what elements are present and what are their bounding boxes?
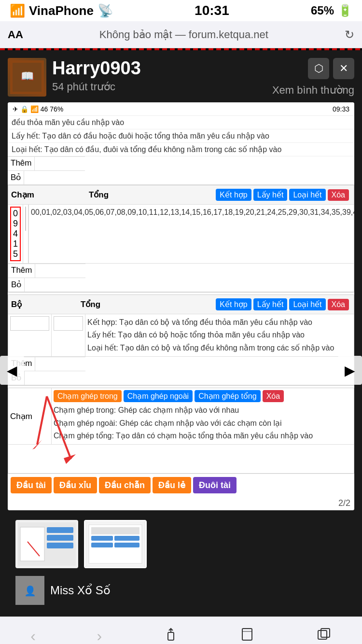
dau-le-btn[interactable]: Đầu lẻ (153, 477, 191, 493)
bo-text3: Loại hết: Tạo dân có bộ và tổng đều khôn… (87, 342, 352, 354)
bo-header-label: Bộ (11, 299, 22, 309)
lay-het-btn-bo[interactable]: Lấy hết (253, 298, 288, 310)
svg-rect-27 (321, 629, 330, 637)
cham-them-label: Thêm (8, 264, 35, 278)
tabs-button[interactable] (316, 627, 332, 644)
expand-button[interactable]: ⬡ (308, 58, 329, 79)
cham-ghep-ngoai-btn[interactable]: Chạm ghép ngoài (124, 390, 193, 402)
view-normal-link[interactable]: Xem bình thường (272, 84, 354, 97)
cham-ghep-input-area (8, 444, 354, 473)
cham-ghep-row: Chạm Chạm ghép trong Chạm ghép ngoài Chạ… (8, 388, 354, 444)
back-button[interactable]: ‹ (30, 627, 36, 644)
thumb-inner-1 (15, 520, 78, 568)
cham-section: Chạm Tổng Kết hợp Lấy hết Loại hết Xóa 0… (8, 185, 354, 293)
left-arrow-btn[interactable]: ◀ (0, 356, 24, 385)
status-left: 📶 VinaPhone 📡 (10, 3, 113, 18)
dau-chan-btn[interactable]: Đầu chẵn (99, 477, 151, 493)
post-meta: Harry0903 54 phút trước (52, 58, 266, 93)
them-left: Thêm Bỏ (8, 156, 85, 184)
cham-numbers-result: 00,01,02,03,04,05,06,07,08,09,10,11,12,1… (28, 205, 354, 263)
inner-time: 09:33 (333, 105, 349, 113)
cham-ghep-text3: Chạm ghép tổng: Tạo dân có chạm hoặc tổn… (54, 430, 352, 442)
them-right (85, 156, 354, 184)
bo-header-buttons: Kết hợp Lấy hết Loại hết Xóa (214, 296, 351, 312)
bo-text-content: Kết hợp: Tạo dân có bộ và tổng đều thỏa … (85, 314, 354, 356)
svg-rect-25 (242, 629, 252, 640)
cham-ghep-tong-btn[interactable]: Chạm ghép tổng (195, 390, 261, 402)
svg-text:📖: 📖 (21, 70, 34, 83)
username: Harry0903 (52, 58, 266, 79)
svg-text:👤: 👤 (24, 585, 36, 597)
duoi-tai-btn[interactable]: Đuôi tài (193, 477, 237, 493)
inner-icons: ✈ 🔒 📶 46 76% (13, 105, 63, 113)
close-button[interactable]: ✕ (333, 58, 354, 79)
share-button[interactable] (163, 627, 179, 644)
dau-xiu-btn[interactable]: Đầu xỉu (54, 477, 97, 493)
cham-them-bo-left: Thêm Bỏ (8, 264, 85, 292)
bo-input-box[interactable] (10, 316, 49, 331)
text-size-button[interactable]: AA (8, 28, 23, 41)
loai-het-btn-bo[interactable]: Loại hết (289, 298, 325, 310)
miss-name: Miss Xổ Số (50, 584, 111, 597)
svg-rect-23 (168, 632, 174, 640)
cham-them-bo: Thêm Bỏ (8, 264, 354, 292)
them-label-row: Thêm (8, 156, 84, 170)
top-text-row2: Lấy hết: Tạo dân có đầu hoặc đuôi hoặc t… (8, 129, 354, 143)
right-arrow-btn[interactable]: ▶ (338, 356, 362, 385)
cham-highlighted-input[interactable]: 0 9 4 15 (10, 207, 21, 261)
bottom-buttons-row: Đầu tài Đầu xỉu Đầu chẵn Đầu lẻ Đuôi tài (8, 474, 354, 496)
avatar-image: 📖 (8, 58, 46, 97)
page-indicator: 2/2 (8, 496, 354, 510)
xoa-btn-bo[interactable]: Xóa (328, 299, 349, 310)
reload-button[interactable]: ↻ (345, 28, 354, 42)
thumbnail-strip (8, 516, 354, 572)
cham-ghep-label: Chạm (10, 411, 32, 421)
avatar: 📖 (8, 58, 46, 97)
carrier-label: VinaPhone (29, 3, 94, 18)
ket-hop-btn-bo[interactable]: Kết hợp (216, 298, 251, 310)
svg-rect-16 (91, 527, 139, 534)
them-row: Thêm Bỏ (8, 156, 354, 185)
post-header: 📖 Harry0903 54 phút trước ⬡ ✕ Xem bình t… (8, 58, 354, 97)
loai-het-btn-cham[interactable]: Loại hết (289, 189, 325, 201)
thumbnail-1[interactable] (15, 520, 78, 568)
post-time: 54 phút trước (52, 81, 266, 93)
cham-ghep-trong-btn[interactable]: Chạm ghép trong (54, 390, 122, 402)
svg-rect-19 (91, 543, 113, 547)
ket-hop-btn-cham[interactable]: Kết hợp (216, 189, 251, 201)
cham-col-label: Chạm (11, 190, 34, 200)
bo-text2: Lấy hết: Tạo dân có bộ hoặc tổng thỏa mã… (87, 329, 352, 341)
xoa-btn-cham[interactable]: Xóa (328, 189, 349, 201)
bo-section-header: Bộ Tổng Kết hợp Lấy hết Loại hết Xóa (8, 295, 354, 314)
bo-them-bo-row: Thêm Bỏ (8, 357, 354, 385)
tong-col-label: Tổng (89, 190, 109, 200)
cham-tong-input (23, 205, 28, 263)
svg-rect-8 (20, 527, 44, 561)
url-bar[interactable]: Không bảo mật — forum.ketqua.net (29, 28, 339, 41)
bo-label: Bỏ (8, 171, 24, 184)
status-right: 65% 🔋 (311, 4, 352, 17)
inner-status-bar: ✈ 🔒 📶 46 76% 09:33 (8, 102, 354, 116)
bo-tong-box[interactable] (54, 316, 83, 331)
cham-ghep-text2: Chạm ghép ngoài: Ghép các chạm nhập vào … (54, 417, 352, 430)
svg-rect-20 (114, 543, 139, 547)
browser-bar: AA Không bảo mật — forum.ketqua.net ↻ (0, 21, 362, 48)
cham-ghep-xoa-btn[interactable]: Xóa (263, 390, 284, 402)
lay-het-btn-cham[interactable]: Lấy hết (253, 189, 288, 201)
cham-ghep-label-cell: Chạm (8, 388, 52, 444)
cham-input-row: 0 9 4 15 00,01,02,03,04,05,06,07,08,09,1… (8, 205, 354, 264)
them-label: Thêm (8, 157, 35, 170)
thumb-inner-2 (85, 521, 145, 567)
cham-header-buttons: Kết hợp Lấy hết Loại hết Xóa (214, 187, 351, 203)
time-display: 10:31 (195, 3, 229, 18)
bo-section: Bộ Tổng Kết hợp Lấy hết Loại hết Xóa (8, 294, 354, 386)
cham-tong-box[interactable] (25, 207, 26, 231)
svg-rect-18 (114, 536, 139, 541)
battery-icon: 🔋 (338, 4, 352, 17)
miss-xoso-row: 👤 Miss Xổ Số (8, 572, 354, 609)
bookmarks-button[interactable] (239, 627, 255, 644)
top-text-row1: đều thỏa mãn yêu cầu nhập vào (8, 116, 354, 129)
forward-button[interactable]: › (97, 627, 102, 644)
thumbnail-2[interactable] (84, 520, 147, 568)
dau-tai-btn[interactable]: Đầu tài (11, 477, 52, 493)
